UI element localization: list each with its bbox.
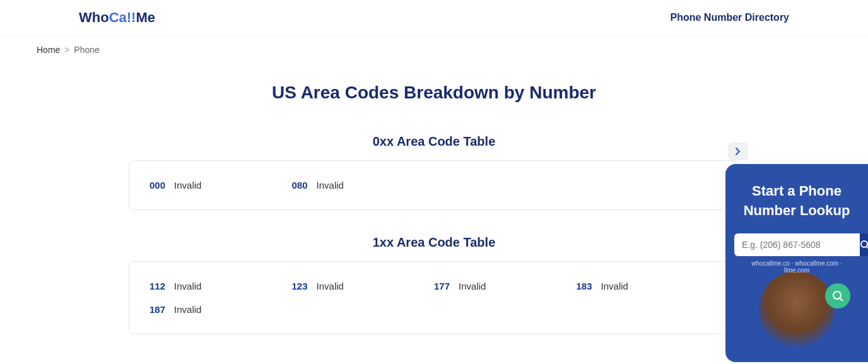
code-num[interactable]: 080 xyxy=(292,180,308,191)
code-item: 187 Invalid xyxy=(150,304,292,315)
sidebar-title: Start a Phone Number Lookup xyxy=(734,182,859,221)
search-row xyxy=(734,233,859,256)
code-label: Invalid xyxy=(317,281,344,291)
search-fab[interactable] xyxy=(825,283,850,308)
circle-text: whocallme.co · whocallme.com · llme.com xyxy=(748,260,846,358)
search-icon xyxy=(860,240,868,250)
svg-point-2 xyxy=(833,291,841,299)
logo-part2: Ca!! xyxy=(109,9,136,25)
logo-part3: Me xyxy=(136,9,155,25)
table-box: 112 Invalid 123 Invalid 177 Invalid 183 … xyxy=(129,261,739,334)
code-label: Invalid xyxy=(601,281,628,291)
breadcrumb-sep: > xyxy=(64,45,69,55)
logo-part1: Who xyxy=(79,9,109,25)
code-item: 123 Invalid xyxy=(292,281,435,291)
code-label: Invalid xyxy=(174,304,201,315)
code-label: Invalid xyxy=(459,281,486,291)
nav-phone-directory[interactable]: Phone Number Directory xyxy=(671,12,789,23)
table-title: 0xx Area Code Table xyxy=(129,134,739,149)
phone-search-input[interactable] xyxy=(734,233,860,256)
code-num[interactable]: 000 xyxy=(150,180,165,191)
search-icon xyxy=(832,290,843,302)
code-item: 000 Invalid xyxy=(150,180,292,191)
logo[interactable]: WhoCa!!Me xyxy=(79,9,155,26)
code-num[interactable]: 183 xyxy=(577,281,592,291)
code-item: 183 Invalid xyxy=(577,281,719,291)
code-label: Invalid xyxy=(317,180,344,191)
svg-point-0 xyxy=(861,241,867,247)
breadcrumb: Home > Phone xyxy=(0,36,868,64)
table-title: 1xx Area Code Table xyxy=(129,235,739,250)
promo-image: whocallme.co · whocallme.com · llme.com xyxy=(759,271,835,347)
breadcrumb-home[interactable]: Home xyxy=(37,45,60,55)
table-box: 000 Invalid 080 Invalid xyxy=(129,160,739,210)
code-item: 177 Invalid xyxy=(434,281,577,291)
code-num[interactable]: 177 xyxy=(434,281,450,291)
table-section-0xx: 0xx Area Code Table 000 Invalid 080 Inva… xyxy=(129,134,739,210)
code-item: 112 Invalid xyxy=(150,281,292,291)
code-item: 080 Invalid xyxy=(292,180,435,191)
chevron-right-button[interactable] xyxy=(728,143,748,160)
code-label: Invalid xyxy=(174,281,201,291)
code-num[interactable]: 112 xyxy=(150,281,165,291)
code-label: Invalid xyxy=(174,180,201,191)
page-title: US Area Codes Breakdown by Number xyxy=(37,83,831,103)
code-num[interactable]: 123 xyxy=(292,281,308,291)
chevron-right-icon xyxy=(735,147,741,156)
table-section-1xx: 1xx Area Code Table 112 Invalid 123 Inva… xyxy=(129,235,739,334)
search-button[interactable] xyxy=(860,233,868,256)
breadcrumb-current: Phone xyxy=(74,45,99,55)
svg-line-3 xyxy=(840,298,843,301)
code-num[interactable]: 187 xyxy=(150,304,165,315)
lookup-sidebar: Start a Phone Number Lookup whocallme.co… xyxy=(725,164,868,362)
